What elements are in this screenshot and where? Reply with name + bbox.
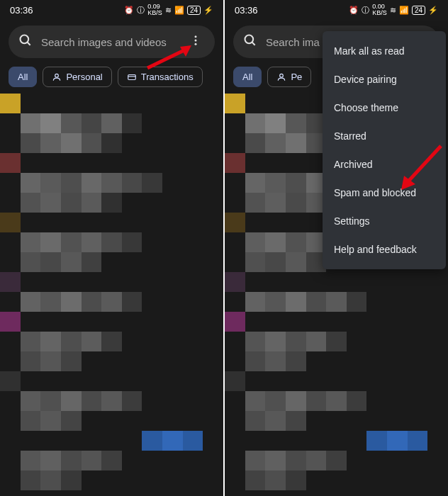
- wifi-icon: ≋: [390, 6, 396, 15]
- annotation-arrow-to-spam-blocked: [394, 142, 445, 196]
- charging-icon: ⚡: [428, 6, 438, 15]
- status-icons-right: ⏰ ⓘ 0.00KB/S ≋ 📶 24 ⚡: [349, 4, 438, 16]
- svg-line-13: [407, 146, 441, 183]
- svg-point-12: [280, 74, 284, 77]
- chip-label: All: [18, 72, 28, 82]
- chip-label: Personal: [66, 72, 102, 82]
- menu-device-pairing[interactable]: Device pairing: [323, 65, 446, 94]
- chip-label: Transactions: [141, 72, 194, 82]
- status-bar: 03:36 ⏰ ⓘ 0.09KB/S ≋ 📶 24 ⚡: [0, 0, 223, 20]
- chip-personal[interactable]: Pe: [267, 67, 311, 87]
- battery-indicator: 24: [187, 6, 201, 15]
- search-icon: [18, 33, 33, 50]
- svg-rect-6: [128, 74, 136, 79]
- left-screenshot: 03:36 ⏰ ⓘ 0.09KB/S ≋ 📶 24 ⚡ Search image…: [0, 0, 223, 496]
- chip-all[interactable]: All: [9, 67, 37, 87]
- svg-point-3: [195, 40, 197, 42]
- person-icon: [52, 72, 62, 82]
- svg-line-1: [28, 43, 30, 45]
- alarm-icon: ⏰: [124, 6, 134, 15]
- kbps-indicator: 0.00KB/S: [372, 4, 387, 16]
- chip-label: All: [242, 72, 252, 82]
- search-icon: [243, 33, 257, 50]
- svg-line-11: [252, 43, 255, 45]
- person-icon: [276, 72, 286, 82]
- svg-point-5: [55, 74, 59, 77]
- status-time: 03:36: [235, 5, 258, 16]
- status-time: 03:36: [10, 5, 33, 16]
- chip-all[interactable]: All: [233, 67, 262, 87]
- chip-label: Pe: [291, 72, 302, 82]
- svg-point-2: [195, 35, 197, 38]
- menu-help-feedback[interactable]: Help and feedback: [323, 235, 446, 264]
- bluetooth-icon: ⓘ: [137, 5, 145, 16]
- wifi-icon: ≋: [165, 6, 172, 15]
- menu-mark-all-read[interactable]: Mark all as read: [323, 37, 446, 65]
- svg-point-10: [245, 35, 254, 44]
- status-bar: 03:36 ⏰ ⓘ 0.00KB/S ≋ 📶 24 ⚡: [225, 0, 448, 20]
- svg-line-8: [147, 48, 189, 68]
- annotation-arrow-to-more-icon: [145, 43, 198, 71]
- menu-choose-theme[interactable]: Choose theme: [323, 94, 446, 122]
- card-icon: [127, 72, 137, 82]
- kbps-indicator: 0.09KB/S: [147, 4, 162, 16]
- signal-icon: 📶: [399, 6, 409, 15]
- menu-settings[interactable]: Settings: [323, 207, 446, 235]
- signal-icon: 📶: [174, 6, 184, 15]
- bluetooth-icon: ⓘ: [362, 5, 369, 16]
- blurred-message-list: [0, 94, 223, 496]
- svg-point-0: [21, 35, 29, 44]
- right-screenshot: 03:36 ⏰ ⓘ 0.00KB/S ≋ 📶 24 ⚡ Search ima A…: [225, 0, 448, 496]
- alarm-icon: ⏰: [349, 6, 359, 15]
- chip-personal[interactable]: Personal: [43, 67, 111, 87]
- status-icons-right: ⏰ ⓘ 0.09KB/S ≋ 📶 24 ⚡: [124, 4, 213, 16]
- charging-icon: ⚡: [203, 6, 213, 15]
- battery-indicator: 24: [412, 6, 425, 15]
